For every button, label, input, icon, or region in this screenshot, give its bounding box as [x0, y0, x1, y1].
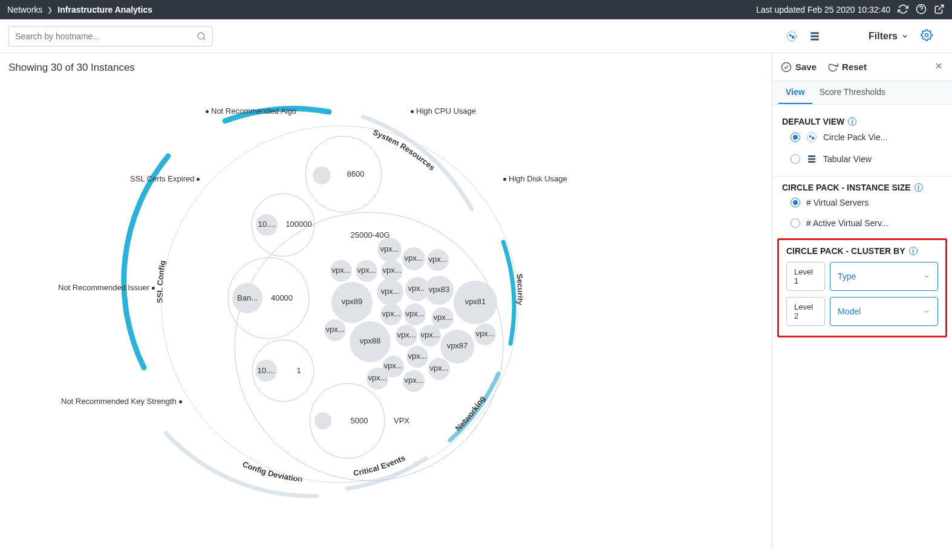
- label-high-cpu: High CPU Usage: [411, 106, 476, 116]
- svg-text:vpx...: vpx...: [420, 330, 439, 339]
- svg-text:vpx...: vpx...: [408, 351, 426, 360]
- label-not-rec-key: Not Recommended Key Strength: [61, 397, 184, 406]
- svg-rect-84: [808, 158, 815, 160]
- svg-text:vpx...: vpx...: [382, 265, 401, 275]
- result-count: Showing 30 of 30 Instances: [8, 62, 772, 74]
- svg-point-8: [925, 34, 928, 37]
- table-icon: [806, 154, 817, 164]
- svg-text:vpx89: vpx89: [342, 297, 363, 306]
- radio-label: Circle Pack Vie...: [823, 132, 887, 142]
- svg-point-79: [782, 62, 791, 71]
- svg-text:vpx...: vpx...: [380, 287, 399, 296]
- svg-text:vpx81: vpx81: [465, 297, 486, 306]
- radio-label: # Virtual Servers: [806, 198, 869, 207]
- svg-text:40000: 40000: [271, 293, 293, 302]
- svg-text:vpx...: vpx...: [382, 309, 400, 318]
- svg-text:vpx...: vpx...: [475, 329, 494, 338]
- toolbar: Filters: [0, 19, 952, 53]
- radio-circle-pack[interactable]: Circle Pack Vie...: [782, 126, 942, 148]
- cluster-by-section: CIRCLE PACK - CLUSTER BYi Level 1 Type L…: [777, 238, 947, 337]
- circle-pack-viz[interactable]: Not Recommended Algo High CPU Usage SSL …: [8, 77, 565, 549]
- svg-point-82: [812, 137, 814, 140]
- svg-text:vpx...: vpx...: [404, 253, 423, 262]
- radio-tabular[interactable]: Tabular View: [782, 148, 942, 170]
- main-canvas: Showing 30 of 30 Instances Not Recommend…: [0, 53, 772, 549]
- radio-label: Tabular View: [823, 154, 872, 164]
- top-bar: Networks ❯ Infrastructure Analytics Last…: [0, 0, 952, 19]
- breadcrumb-networks[interactable]: Networks: [7, 5, 42, 15]
- radio-active-virtual-servers[interactable]: # Active Virtual Serv...: [782, 213, 942, 233]
- svg-text:vpx83: vpx83: [429, 285, 450, 294]
- svg-text:1: 1: [296, 366, 301, 375]
- level2-label: Level 2: [786, 297, 825, 326]
- svg-text:vpx...: vpx...: [325, 325, 344, 334]
- svg-rect-5: [810, 32, 819, 34]
- save-button[interactable]: Save: [781, 62, 817, 73]
- arc-label-configdev: Config Deviation: [241, 460, 303, 484]
- svg-text:vpx...: vpx...: [383, 361, 402, 370]
- level1-select[interactable]: Type: [830, 262, 938, 291]
- svg-point-81: [809, 135, 811, 137]
- search-input[interactable]: [15, 31, 197, 41]
- radio-icon: [791, 218, 800, 228]
- radio-label: # Active Virtual Serv...: [806, 218, 888, 228]
- help-icon[interactable]: [916, 4, 927, 16]
- settings-icon[interactable]: [921, 29, 933, 43]
- chevron-down-icon: [901, 33, 908, 40]
- label-not-rec-issuer: Not Recommended Issuer: [58, 283, 157, 292]
- svg-text:5000: 5000: [351, 416, 368, 425]
- level2-select[interactable]: Model: [830, 297, 938, 326]
- tab-view[interactable]: View: [778, 81, 812, 104]
- svg-text:vpx...: vpx...: [429, 363, 448, 373]
- chevron-right-icon: ❯: [47, 6, 53, 14]
- svg-text:100000: 100000: [285, 220, 311, 229]
- svg-text:vpx...: vpx...: [397, 330, 416, 339]
- filters-button[interactable]: Filters: [869, 31, 908, 42]
- info-icon[interactable]: i: [915, 183, 923, 192]
- vpx-cluster[interactable]: vpx... vpx... vpx... vpx... vpx... vpx..…: [324, 238, 497, 392]
- bubble-1[interactable]: 10.... 1: [252, 340, 314, 402]
- arc-label-networking: Networking: [454, 394, 487, 433]
- search-input-wrap[interactable]: [8, 26, 213, 47]
- table-view-icon[interactable]: [809, 31, 820, 42]
- bubble-100000[interactable]: 10.... 100000: [252, 194, 315, 256]
- svg-text:vpx...: vpx...: [357, 265, 376, 275]
- svg-text:Ban...: Ban...: [237, 293, 258, 302]
- bubble-5000[interactable]: 5000: [310, 383, 385, 458]
- reset-button[interactable]: Reset: [827, 62, 867, 73]
- reset-icon: [827, 62, 838, 73]
- svg-text:vpx...: vpx...: [368, 373, 386, 382]
- info-icon[interactable]: i: [848, 117, 856, 126]
- radio-icon: [791, 198, 800, 207]
- svg-point-2: [787, 31, 796, 41]
- tab-score-thresholds[interactable]: Score Thresholds: [812, 81, 893, 104]
- svg-text:8600: 8600: [347, 169, 365, 178]
- svg-point-80: [807, 133, 817, 142]
- filters-label: Filters: [869, 31, 898, 42]
- level1-label: Level 1: [786, 262, 825, 291]
- refresh-icon[interactable]: [898, 4, 908, 16]
- svg-text:vpx...: vpx...: [380, 244, 399, 253]
- svg-text:vpx...: vpx...: [408, 284, 426, 293]
- svg-text:vpx...: vpx...: [433, 313, 452, 322]
- radio-virtual-servers[interactable]: # Virtual Servers: [782, 192, 942, 213]
- check-circle-icon: [781, 62, 792, 73]
- section-instance-size: CIRCLE PACK - INSTANCE SIZEi: [782, 183, 942, 192]
- info-icon[interactable]: i: [909, 247, 918, 255]
- svg-point-1: [198, 33, 204, 39]
- section-default-view: DEFAULT VIEWi: [782, 117, 942, 126]
- label-not-rec-algo: Not Recommended Algo: [206, 106, 296, 116]
- circlepack-view-icon[interactable]: [786, 31, 797, 42]
- svg-text:vpx...: vpx...: [405, 309, 424, 318]
- popout-icon[interactable]: [934, 4, 945, 16]
- svg-text:vpx...: vpx...: [331, 265, 350, 275]
- close-panel-icon[interactable]: [934, 61, 944, 73]
- svg-text:vpx87: vpx87: [447, 341, 468, 350]
- bubble-40000[interactable]: Ban... 40000: [228, 258, 309, 339]
- last-updated-text: Last updated Feb 25 2020 10:32:40: [756, 5, 890, 15]
- svg-point-12: [313, 166, 331, 184]
- svg-rect-6: [810, 35, 819, 37]
- svg-text:10....: 10....: [258, 366, 275, 375]
- svg-text:vpx...: vpx...: [404, 376, 423, 385]
- bubble-8600[interactable]: 8600: [305, 136, 382, 212]
